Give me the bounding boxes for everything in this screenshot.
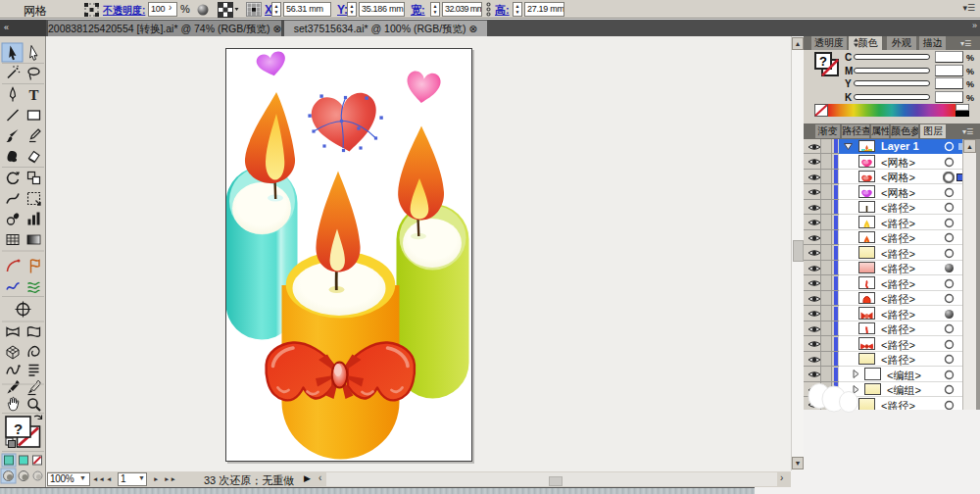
- svg-text:?: ?: [14, 420, 23, 437]
- svg-text:T: T: [28, 87, 38, 103]
